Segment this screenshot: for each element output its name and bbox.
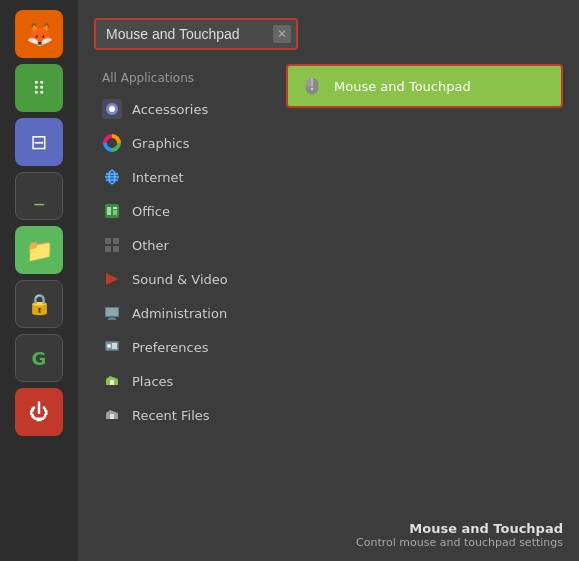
preferences-icon xyxy=(102,337,122,357)
svg-rect-14 xyxy=(105,246,111,252)
svg-marker-16 xyxy=(106,273,118,285)
result-mouse-touchpad[interactable]: Mouse and Touchpad xyxy=(286,64,563,108)
categories-sidebar: All Applications Accessories xyxy=(94,64,274,561)
recent-files-icon xyxy=(102,405,122,425)
grammarly-icon: G xyxy=(32,348,47,369)
search-clear-button[interactable]: ✕ xyxy=(273,25,291,43)
terminal-icon: _ xyxy=(34,187,44,206)
bottom-description: Mouse and Touchpad Control mouse and tou… xyxy=(356,521,563,549)
taskbar-icon-grammarly[interactable]: G xyxy=(15,334,63,382)
internet-icon xyxy=(102,167,122,187)
search-input[interactable] xyxy=(96,20,296,48)
power-icon: ⏻ xyxy=(29,400,49,424)
preferences-label: Preferences xyxy=(132,340,208,355)
all-applications-label: All Applications xyxy=(102,71,194,85)
taskbar-icon-files[interactable]: 📁 xyxy=(15,226,63,274)
places-label: Places xyxy=(132,374,173,389)
search-bar: ✕ xyxy=(94,18,563,50)
svg-rect-27 xyxy=(110,380,114,385)
graphics-label: Graphics xyxy=(132,136,189,151)
mouse-touchpad-icon xyxy=(300,74,324,98)
svg-rect-20 xyxy=(109,316,115,318)
category-internet[interactable]: Internet xyxy=(94,160,274,194)
clear-icon: ✕ xyxy=(277,27,287,41)
search-input-wrapper: ✕ xyxy=(94,18,298,50)
folder-icon: 📁 xyxy=(26,238,53,263)
category-places[interactable]: Places xyxy=(94,364,274,398)
graphics-icon xyxy=(102,133,122,153)
bottom-app-name: Mouse and Touchpad xyxy=(356,521,563,536)
category-graphics[interactable]: Graphics xyxy=(94,126,274,160)
results-area: Mouse and Touchpad xyxy=(274,64,563,561)
taskbar-icon-lock[interactable]: 🔒 xyxy=(15,280,63,328)
bottom-app-desc: Control mouse and touchpad settings xyxy=(356,536,563,549)
main-area: ✕ All Applications Accessories xyxy=(78,0,579,561)
svg-rect-13 xyxy=(113,238,119,244)
appgrid-icon: ⠿ xyxy=(32,78,45,99)
office-icon xyxy=(102,201,122,221)
all-applications-header[interactable]: All Applications xyxy=(94,64,274,92)
taskbar-icon-terminal[interactable]: _ xyxy=(15,172,63,220)
other-icon xyxy=(102,235,122,255)
taskbar-icon-firefox[interactable]: 🦊 xyxy=(15,10,63,58)
svg-point-1 xyxy=(109,106,115,112)
places-icon xyxy=(102,371,122,391)
category-other[interactable]: Other xyxy=(94,228,274,262)
content-area: All Applications Accessories xyxy=(94,64,563,561)
result-mouse-touchpad-label: Mouse and Touchpad xyxy=(334,79,471,94)
recent-files-label: Recent Files xyxy=(132,408,210,423)
svg-rect-28 xyxy=(110,414,114,419)
lock-icon: 🔒 xyxy=(27,292,52,316)
svg-rect-10 xyxy=(113,210,117,215)
administration-label: Administration xyxy=(132,306,227,321)
svg-rect-12 xyxy=(105,238,111,244)
svg-point-23 xyxy=(107,344,111,348)
category-accessories[interactable]: Accessories xyxy=(94,92,274,126)
accessories-icon xyxy=(102,99,122,119)
sound-video-icon xyxy=(102,269,122,289)
svg-rect-18 xyxy=(106,308,118,316)
taskbar-icon-uitool[interactable]: ⊟ xyxy=(15,118,63,166)
office-label: Office xyxy=(132,204,170,219)
taskbar: 🦊 ⠿ ⊟ _ 📁 🔒 G ⏻ xyxy=(0,0,78,561)
svg-point-32 xyxy=(311,87,314,90)
internet-label: Internet xyxy=(132,170,184,185)
other-label: Other xyxy=(132,238,169,253)
svg-rect-15 xyxy=(113,246,119,252)
svg-rect-11 xyxy=(113,207,117,209)
sound-video-label: Sound & Video xyxy=(132,272,228,287)
category-recent-files[interactable]: Recent Files xyxy=(94,398,274,432)
category-administration[interactable]: Administration xyxy=(94,296,274,330)
svg-rect-19 xyxy=(108,318,116,320)
category-office[interactable]: Office xyxy=(94,194,274,228)
uitool-icon: ⊟ xyxy=(31,130,48,154)
administration-icon xyxy=(102,303,122,323)
category-preferences[interactable]: Preferences xyxy=(94,330,274,364)
svg-rect-31 xyxy=(306,78,312,87)
svg-rect-9 xyxy=(107,207,111,215)
firefox-icon: 🦊 xyxy=(26,22,53,47)
taskbar-icon-power[interactable]: ⏻ xyxy=(15,388,63,436)
accessories-label: Accessories xyxy=(132,102,208,117)
taskbar-icon-appgrid[interactable]: ⠿ xyxy=(15,64,63,112)
category-sound-video[interactable]: Sound & Video xyxy=(94,262,274,296)
